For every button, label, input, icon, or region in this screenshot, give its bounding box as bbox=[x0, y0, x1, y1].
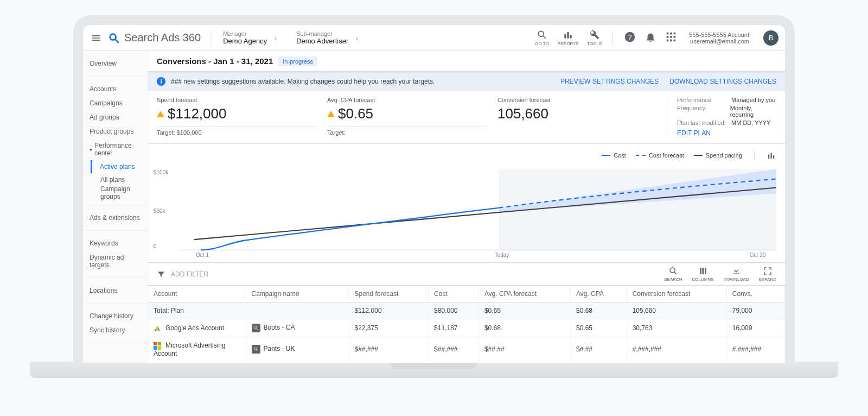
apps-icon[interactable] bbox=[665, 31, 677, 45]
sidebar-item-sync-history[interactable]: Sync history bbox=[90, 323, 141, 337]
svg-rect-16 bbox=[670, 39, 672, 41]
sidebar-item-accounts[interactable]: Accounts bbox=[90, 82, 141, 96]
svg-point-35 bbox=[254, 348, 257, 350]
columns-icon bbox=[698, 266, 708, 276]
table-search-button[interactable]: SEARCH bbox=[664, 266, 682, 282]
table-toolbar: ADD FILTER SEARCH COLUMNS DOWNLOAD EXPAN… bbox=[148, 263, 785, 286]
sidebar-sub-all-plans[interactable]: All plans bbox=[91, 173, 141, 186]
table-header[interactable]: Conversion forecast bbox=[627, 286, 726, 302]
table-header[interactable]: Avg. CPA forecast bbox=[478, 286, 570, 302]
filter-icon[interactable] bbox=[157, 270, 165, 279]
svg-rect-15 bbox=[667, 39, 669, 41]
forecast-chart: $100k $50k 0 Oct 1 Today Oct 30 bbox=[152, 165, 776, 257]
svg-rect-29 bbox=[705, 268, 706, 274]
svg-rect-12 bbox=[667, 36, 669, 38]
sidebar-sub-active-plans[interactable]: Active plans bbox=[91, 160, 141, 173]
svg-line-1 bbox=[116, 39, 119, 42]
table-header[interactable]: Convs. bbox=[726, 286, 784, 302]
sidebar-item-overview[interactable]: Overview bbox=[90, 56, 141, 71]
svg-rect-18 bbox=[768, 155, 769, 159]
reports-tool[interactable]: REPORTS bbox=[558, 29, 579, 46]
svg-point-33 bbox=[254, 326, 257, 329]
chevron-right-icon: › bbox=[274, 34, 277, 42]
chart-legend: Cost Cost forecast Spend pacing bbox=[152, 146, 776, 165]
chart-options-icon[interactable] bbox=[767, 150, 776, 160]
forecast-stats: Spend forecast $112,000 Target: $100,000… bbox=[148, 91, 785, 144]
product-brand: Search Ads 360 bbox=[108, 31, 201, 44]
chevron-right-icon: › bbox=[356, 34, 359, 42]
sidebar-item-performance-center[interactable]: ▾Performance center bbox=[90, 138, 141, 160]
add-filter-button[interactable]: ADD FILTER bbox=[171, 270, 208, 278]
svg-rect-10 bbox=[670, 32, 672, 34]
status-badge: In-progress bbox=[278, 56, 317, 66]
sidebar-item-change-history[interactable]: Change history bbox=[90, 309, 141, 323]
warning-icon bbox=[327, 111, 335, 117]
table-row[interactable]: Microsoft Advertising AccountPants - UK$… bbox=[148, 337, 785, 362]
table-columns-button[interactable]: COLUMNS bbox=[692, 266, 714, 282]
table-row[interactable]: Google Ads AccountBoots - CA$22,375$11,1… bbox=[148, 319, 785, 337]
sidebar-item-productgroups[interactable]: Product groups bbox=[90, 124, 141, 138]
svg-rect-9 bbox=[667, 32, 669, 34]
suggestions-banner: i ### new settings suggestions available… bbox=[148, 72, 785, 91]
table-expand-button[interactable]: EXPAND bbox=[759, 266, 776, 282]
svg-rect-28 bbox=[702, 268, 704, 274]
svg-rect-27 bbox=[700, 268, 701, 274]
legend-cost[interactable]: Cost bbox=[602, 152, 626, 159]
svg-line-36 bbox=[256, 350, 257, 351]
svg-rect-19 bbox=[771, 153, 772, 159]
sidebar-item-locations[interactable]: Locations bbox=[90, 283, 141, 298]
sidebar-item-ads-ext[interactable]: Ads & extensions bbox=[90, 211, 141, 225]
info-icon: i bbox=[157, 77, 165, 86]
hamburger-icon[interactable] bbox=[90, 31, 103, 45]
wrench-icon bbox=[589, 29, 600, 40]
download-icon bbox=[731, 266, 741, 276]
chevron-down-icon: ▾ bbox=[90, 147, 92, 153]
svg-rect-6 bbox=[570, 35, 571, 39]
download-settings-button[interactable]: DOWNLOAD SETTINGS CHANGES bbox=[669, 78, 776, 85]
banner-text: ### new settings suggestions available. … bbox=[171, 78, 435, 85]
avatar[interactable]: B bbox=[763, 30, 778, 46]
page-title: Conversions - Jan 1 - 31, 2021 bbox=[157, 56, 273, 66]
expand-icon bbox=[763, 266, 773, 276]
account-info: 555-555-5555 Account useremail@email.com bbox=[689, 31, 749, 45]
svg-line-3 bbox=[544, 36, 546, 39]
sidebar-item-dynamic-targets[interactable]: Dynamic ad targets bbox=[90, 250, 141, 272]
svg-rect-4 bbox=[564, 34, 566, 38]
sidebar-item-adgroups[interactable]: Ad groups bbox=[90, 110, 141, 124]
spend-forecast-stat: Spend forecast $112,000 Target: $100,000 bbox=[157, 97, 327, 137]
sidebar-item-keywords[interactable]: Keywords bbox=[90, 236, 141, 250]
avg-cpa-forecast-stat: Avg. CPA forecast $0.65 Target: bbox=[327, 97, 497, 137]
legend-spend-pacing[interactable]: Spend pacing bbox=[694, 152, 742, 159]
sidebar-item-campaigns[interactable]: Campaigns bbox=[90, 96, 141, 110]
svg-rect-11 bbox=[674, 32, 676, 34]
svg-point-32 bbox=[155, 330, 157, 332]
legend-cost-forecast[interactable]: Cost forecast bbox=[636, 152, 684, 159]
table-header[interactable]: Cost bbox=[429, 286, 479, 302]
tools-tool[interactable]: TOOLS bbox=[587, 29, 602, 46]
table-header[interactable]: Campaign name bbox=[246, 286, 349, 302]
conversion-forecast-stat: Conversion forecast 105,660 bbox=[497, 97, 668, 137]
search-icon bbox=[537, 29, 547, 40]
preview-settings-button[interactable]: PREVIEW SETTINGS CHANGES bbox=[560, 78, 659, 85]
goto-tool[interactable]: GO TO bbox=[535, 29, 549, 46]
warning-icon bbox=[157, 111, 164, 117]
page-header: Conversions - Jan 1 - 31, 2021 In-progre… bbox=[148, 51, 785, 72]
svg-point-2 bbox=[538, 31, 544, 36]
top-bar: Search Ads 360 Manager Demo Agency › Sub… bbox=[83, 25, 785, 51]
edit-plan-button[interactable]: EDIT PLAN bbox=[677, 129, 776, 137]
table-header[interactable]: Avg. CPA bbox=[570, 286, 627, 302]
notifications-icon[interactable] bbox=[644, 31, 656, 45]
sidebar-sub-campaign-groups[interactable]: Campaign groups bbox=[91, 186, 141, 199]
table-header[interactable]: Account bbox=[148, 286, 246, 302]
search-icon bbox=[668, 266, 678, 276]
svg-rect-14 bbox=[674, 36, 676, 38]
table-row[interactable]: Total: Plan$112,000$80,000$0.65$0.68105,… bbox=[148, 302, 785, 319]
table-download-button[interactable]: DOWNLOAD bbox=[724, 266, 749, 282]
breadcrumb-manager[interactable]: Manager Demo Agency › bbox=[223, 30, 277, 45]
table-header[interactable]: Spend forecast bbox=[349, 286, 429, 302]
help-icon[interactable]: ? bbox=[624, 31, 636, 45]
svg-line-26 bbox=[674, 272, 676, 274]
svg-text:?: ? bbox=[628, 33, 632, 41]
svg-rect-13 bbox=[670, 36, 672, 38]
breadcrumb-submanager[interactable]: Sub-manager Demo Advertiser › bbox=[296, 30, 358, 45]
